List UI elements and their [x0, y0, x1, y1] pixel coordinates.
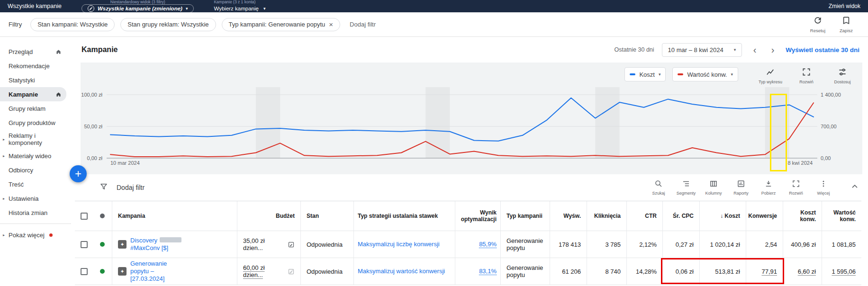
main-header: Kampanie Ostatnie 30 dni 10 mar – 8 kwi …	[71, 37, 868, 63]
budget-value[interactable]: 35,00 zł dzien...	[243, 237, 284, 251]
performance-chart-panel: Koszt ▾ Wartość konw. ▾ Typ wykre	[81, 63, 862, 174]
filter-chip-campaign-type[interactable]: Typ kampanii: Generowanie popytu ×	[222, 18, 341, 31]
campaigns-table: Kampania Budżet Stan Typ strategii ustal…	[75, 201, 861, 285]
chip-label: Stan grupy reklam: Wszystkie	[127, 21, 208, 28]
column-header-sr-cpc[interactable]: Śr. CPC	[662, 201, 699, 231]
expand-chart-button[interactable]: Rozwiń	[793, 67, 820, 84]
budget-edit-icon[interactable]	[288, 268, 295, 275]
metric-1-legend-swatch	[630, 73, 635, 75]
edit-pencil-icon	[88, 5, 94, 12]
campaign-picker[interactable]: Wybierz kampanię ▾	[214, 4, 265, 13]
redacted-text-block	[160, 237, 181, 242]
impressions-value: 61 206	[562, 268, 581, 275]
add-filter-button[interactable]: Dodaj filtr	[350, 21, 376, 28]
optimization-score-link[interactable]: 83,1%	[479, 268, 497, 275]
sidebar-item-label: Historia zmian	[9, 209, 47, 216]
sidebar-item-kampanie[interactable]: Kampanie	[0, 87, 66, 101]
sidebar-item-przeglad[interactable]: Przegląd	[0, 45, 66, 59]
column-header-ctr[interactable]: CTR	[626, 201, 662, 231]
table-add-filter-button[interactable]: Dodaj filtr	[117, 184, 145, 191]
sidebar-item-rekomendacje[interactable]: Rekomendacje	[0, 59, 66, 73]
column-header-koszt[interactable]: ↓ Koszt	[699, 201, 746, 231]
sidebar-item-grupy-produktow[interactable]: Grupy produktów	[0, 116, 66, 130]
filter-chip-adgroup-status[interactable]: Stan grupy reklam: Wszystkie	[120, 18, 216, 31]
sidebar-item-reklamy-i-komponenty[interactable]: ▸ Reklamy i komponenty	[0, 130, 66, 149]
view-selector[interactable]: Wszystkie kampanie (zmienione) ▾	[81, 4, 194, 13]
previous-period-button[interactable]: ‹	[750, 45, 760, 54]
column-header-wysw[interactable]: Wyśw.	[550, 201, 587, 231]
status-filter-icon[interactable]	[100, 214, 105, 218]
reset-button[interactable]: Resetuj	[810, 16, 825, 33]
row-checkbox[interactable]	[81, 241, 88, 248]
budget-value[interactable]: 60,00 zł dzien...	[243, 264, 284, 278]
save-button[interactable]: Zapisz	[840, 16, 853, 33]
filters-label: Filtry	[9, 21, 22, 28]
status-enabled-icon[interactable]	[100, 242, 105, 247]
column-header-koszt-konw[interactable]: Koszt konw.	[783, 201, 822, 231]
search-button[interactable]: Szukaj	[647, 179, 670, 196]
column-header-wartosc-konw[interactable]: Wartość konw.	[822, 201, 861, 231]
expand-table-button[interactable]: Rozwiń	[785, 179, 807, 196]
download-button[interactable]: Pobierz	[757, 179, 780, 196]
notification-dot	[49, 233, 53, 237]
segments-icon	[682, 179, 690, 190]
expand-caret-icon: ▸	[3, 152, 5, 160]
segments-button[interactable]: Segmenty	[675, 179, 697, 196]
metric-selector-1[interactable]: Koszt ▾	[624, 67, 666, 81]
reports-button[interactable]: Raporty	[730, 179, 752, 196]
chevron-down-icon: ▾	[186, 7, 188, 11]
column-header-klikniecia[interactable]: Kliknięcia	[587, 201, 626, 231]
chart-type-button[interactable]: Typ wykresu	[757, 67, 784, 84]
sidebar-item-odbiorcy[interactable]: Odbiorcy	[0, 163, 66, 177]
create-campaign-fab[interactable]: +	[70, 165, 87, 182]
line-chart-icon	[765, 67, 776, 79]
remove-filter-icon[interactable]: ×	[329, 21, 333, 28]
change-view-button[interactable]: Zmień widok	[829, 3, 860, 9]
page-body: Przegląd Rekomendacje Statystyki Kampani…	[0, 37, 868, 286]
sidebar-item-ustawienia[interactable]: ▸ Ustawienia	[0, 191, 66, 206]
campaign-picker-group: Kampanie (3 z 1 konta) Wybierz kampanię …	[214, 0, 265, 13]
expand-icon	[792, 179, 800, 190]
bookmark-icon	[841, 16, 851, 27]
expand-label: Rozwiń	[799, 80, 814, 84]
column-header-kampania[interactable]: Kampania	[112, 201, 237, 231]
sidebar-item-grupy-reklam[interactable]: Grupy reklam	[0, 101, 66, 116]
column-header-wynik-optymalizacji[interactable]: Wynik optymalizacji	[455, 201, 500, 231]
sidebar-item-historia-zmian[interactable]: Historia zmian	[0, 206, 66, 220]
more-button[interactable]: Więcej	[812, 179, 835, 196]
collapse-chart-button[interactable]	[849, 182, 860, 193]
tool-label: Pobierz	[761, 191, 776, 196]
metric-selector-2[interactable]: Wartość konw. ▾	[672, 67, 738, 81]
columns-button[interactable]: Kolumny	[702, 179, 725, 196]
home-icon	[53, 49, 62, 55]
left-axis-tick: 0,00 zł	[81, 155, 102, 161]
budget-edit-icon[interactable]	[288, 241, 295, 248]
optimization-score-link[interactable]: 85,9%	[479, 241, 497, 248]
row-checkbox[interactable]	[81, 268, 88, 275]
tool-label: Szukaj	[652, 191, 665, 196]
funnel-filter-icon[interactable]	[99, 182, 108, 193]
next-period-button[interactable]: ›	[768, 45, 778, 54]
adjust-chart-button[interactable]: Dostosuj	[829, 67, 856, 84]
filter-chip-campaign-status[interactable]: Stan kampanii: Wszystkie	[30, 18, 115, 31]
show-last-30-days-link[interactable]: Wyświetl ostatnie 30 dni	[786, 46, 859, 54]
sidebar-item-tresc[interactable]: Treść	[0, 177, 66, 191]
column-header-konwersje[interactable]: Konwersje	[746, 201, 783, 231]
campaign-name-text: #MaxConv [$]	[130, 244, 181, 252]
campaign-name-link[interactable]: Generowanie popytu – [27.03.2024]	[130, 260, 182, 283]
bid-strategy-link[interactable]: Maksymalizuj liczbę konwersji	[358, 241, 440, 248]
sidebar-divider	[0, 223, 71, 224]
bid-strategy-link[interactable]: Maksymalizuj wartość konwersji	[358, 268, 445, 275]
column-header-typ-kampanii[interactable]: Typ kampanii	[500, 201, 550, 231]
sidebar-show-more[interactable]: ▸ Pokaż więcej	[0, 228, 66, 242]
sidebar-item-materialy-wideo[interactable]: ▸ Materiały wideo	[0, 149, 66, 163]
custom-view-caption: Niestandardowy widok (3 filtry)	[81, 0, 194, 4]
sidebar-item-statystyki[interactable]: Statystyki	[0, 73, 66, 87]
status-enabled-icon[interactable]	[100, 269, 105, 274]
column-header-stan[interactable]: Stan	[300, 201, 353, 231]
column-header-typ-strategii[interactable]: Typ strategii ustalania stawek	[353, 201, 455, 231]
campaign-name-link[interactable]: Discovery #MaxConv [$]	[130, 237, 181, 252]
date-range-picker[interactable]: 10 mar – 8 kwi 2024 ▾	[662, 43, 742, 57]
select-all-checkbox[interactable]	[81, 213, 88, 220]
column-header-budzet[interactable]: Budżet	[237, 201, 300, 231]
